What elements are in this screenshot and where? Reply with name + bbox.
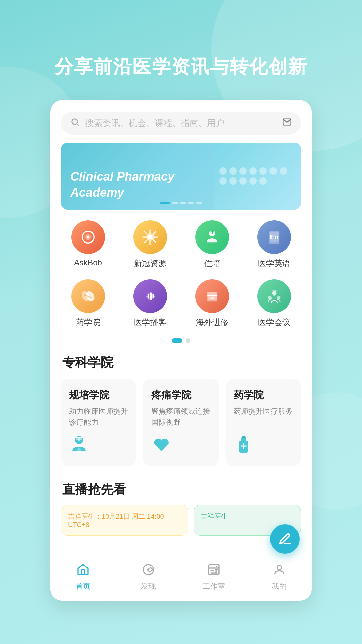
nav-label-discover: 发现 bbox=[141, 581, 156, 591]
icon-grid: AskBob 新 bbox=[50, 210, 312, 351]
mail-icon[interactable] bbox=[282, 117, 292, 129]
banner-text: Clinical Pharmacy Academy bbox=[70, 169, 174, 201]
nav-item-home[interactable]: 首页 bbox=[50, 563, 116, 591]
grid-dot-2 bbox=[186, 338, 190, 343]
svg-line-12 bbox=[144, 232, 147, 234]
english-icon: En bbox=[257, 220, 291, 254]
svg-point-30 bbox=[154, 296, 155, 297]
fab-button[interactable] bbox=[270, 524, 300, 554]
specialty-section-title: 专科学院 bbox=[50, 351, 312, 379]
specialty-grid: 规培学院 助力临床医师提升诊疗能力 疼痛学院 聚焦疼痛领域连接国际视野 bbox=[50, 379, 312, 478]
pill-visual bbox=[214, 162, 301, 190]
specialty-card-pain-icon bbox=[151, 434, 210, 458]
svg-line-1 bbox=[77, 124, 79, 126]
live-header: 直播抢先看 bbox=[50, 478, 312, 505]
svg-rect-28 bbox=[152, 294, 154, 299]
svg-line-13 bbox=[153, 240, 156, 243]
live-section-title: 直播抢先看 bbox=[62, 481, 126, 498]
profile-icon bbox=[273, 563, 286, 579]
svg-point-29 bbox=[146, 296, 148, 297]
live-card-1[interactable]: 吉祥医生：10月21日 周二 14:00 UTC+8 bbox=[61, 505, 188, 536]
pharmacy-label: 药学院 bbox=[76, 317, 100, 328]
search-placeholder: 搜索资讯、机会、课程、指南、用户 bbox=[85, 117, 282, 129]
banner-dot-4 bbox=[188, 202, 194, 204]
banner-dot-3 bbox=[180, 202, 186, 204]
icon-item-english[interactable]: En 医学英语 bbox=[247, 220, 301, 269]
svg-rect-26 bbox=[148, 294, 149, 299]
grid-dot-1 bbox=[172, 338, 182, 343]
svg-rect-38 bbox=[271, 290, 277, 291]
banner-dot-2 bbox=[172, 202, 178, 204]
svg-rect-27 bbox=[150, 293, 152, 300]
workspace-icon bbox=[207, 563, 221, 579]
specialty-card-pharmacy-title: 药学院 bbox=[234, 388, 293, 402]
hero-text: 分享前沿医学资讯与转化创新 bbox=[0, 0, 362, 100]
specialty-card-residency-title: 规培学院 bbox=[69, 388, 128, 402]
specialty-card-residency-icon bbox=[69, 434, 128, 458]
svg-point-37 bbox=[277, 296, 280, 300]
covid-label: 新冠资源 bbox=[134, 258, 166, 269]
icon-row-2: 药学院 医学播客 bbox=[57, 279, 305, 328]
discover-icon bbox=[142, 563, 155, 579]
specialty-card-pain[interactable]: 疼痛学院 聚焦疼痛领域连接国际视野 bbox=[143, 379, 219, 466]
banner-pills bbox=[214, 143, 301, 210]
search-bar[interactable]: 搜索资讯、机会、课程、指南、用户 bbox=[61, 112, 301, 135]
abroad-label: 海外进修 bbox=[196, 317, 228, 328]
nav-label-profile: 我的 bbox=[272, 581, 287, 591]
conference-label: 医学会议 bbox=[258, 317, 290, 328]
specialty-card-pain-desc: 聚焦疼痛领域连接国际视野 bbox=[151, 406, 210, 428]
icon-item-askbob[interactable]: AskBob bbox=[61, 220, 115, 269]
live-card-meta: 吉祥医生：10月21日 周二 14:00 UTC+8 bbox=[68, 512, 181, 529]
banner-dot-1 bbox=[160, 202, 170, 204]
live-card-2-meta: 吉祥医生 bbox=[201, 512, 294, 521]
phone-card: 搜索资讯、机会、课程、指南、用户 Clinical Pharmacy Acade… bbox=[50, 100, 312, 601]
nav-item-discover[interactable]: 发现 bbox=[116, 563, 181, 591]
pharmacy-icon bbox=[71, 279, 105, 313]
abroad-icon bbox=[195, 279, 229, 313]
svg-point-35 bbox=[272, 291, 276, 296]
svg-point-59 bbox=[277, 565, 281, 570]
icon-item-conference[interactable]: 医学会议 bbox=[247, 279, 301, 328]
nav-item-profile[interactable]: 我的 bbox=[246, 563, 312, 591]
resident-label: 住培 bbox=[204, 258, 220, 269]
icon-item-covid[interactable]: 新冠资源 bbox=[123, 220, 177, 269]
svg-point-43 bbox=[77, 448, 81, 452]
specialty-card-pharmacy-icon bbox=[234, 434, 293, 458]
svg-rect-34 bbox=[210, 297, 214, 300]
askbob-icon bbox=[71, 220, 105, 254]
banner-dot-5 bbox=[196, 202, 202, 204]
specialty-card-residency[interactable]: 规培学院 助力临床医师提升诊疗能力 bbox=[61, 379, 136, 466]
grid-pagination-dots bbox=[57, 338, 305, 343]
svg-line-14 bbox=[153, 232, 156, 234]
svg-line-15 bbox=[144, 240, 147, 243]
search-icon bbox=[70, 117, 80, 129]
svg-point-36 bbox=[268, 296, 272, 300]
covid-icon bbox=[133, 220, 167, 254]
svg-text:En: En bbox=[270, 233, 278, 241]
podcast-icon bbox=[133, 279, 167, 313]
resident-icon bbox=[195, 220, 229, 254]
nav-label-home: 首页 bbox=[76, 581, 90, 591]
icon-item-abroad[interactable]: 海外进修 bbox=[185, 279, 239, 328]
svg-point-5 bbox=[87, 236, 89, 238]
icon-item-pharmacy[interactable]: 药学院 bbox=[61, 279, 115, 328]
icon-item-podcast[interactable]: 医学播客 bbox=[123, 279, 177, 328]
banner-dots bbox=[160, 202, 202, 204]
specialty-card-pharmacy-desc: 药师提升医疗服务 bbox=[234, 406, 293, 417]
banner[interactable]: Clinical Pharmacy Academy bbox=[61, 143, 301, 210]
nav-item-workspace[interactable]: 工作室 bbox=[181, 563, 246, 591]
bottom-nav: 首页 发现 bbox=[50, 556, 312, 601]
askbob-label: AskBob bbox=[74, 258, 102, 267]
english-label: 医学英语 bbox=[258, 258, 290, 269]
nav-label-workspace: 工作室 bbox=[203, 581, 225, 591]
icon-row-1: AskBob 新 bbox=[57, 220, 305, 269]
specialty-card-residency-desc: 助力临床医师提升诊疗能力 bbox=[69, 406, 128, 428]
svg-point-7 bbox=[148, 235, 152, 239]
podcast-label: 医学播客 bbox=[134, 317, 166, 328]
specialty-card-pharmacy[interactable]: 药学院 药师提升医疗服务 bbox=[226, 379, 301, 466]
conference-icon bbox=[257, 279, 291, 313]
svg-rect-46 bbox=[242, 436, 246, 438]
specialty-card-pain-title: 疼痛学院 bbox=[151, 388, 210, 402]
home-icon bbox=[76, 563, 90, 579]
icon-item-resident[interactable]: 住培 bbox=[185, 220, 239, 269]
